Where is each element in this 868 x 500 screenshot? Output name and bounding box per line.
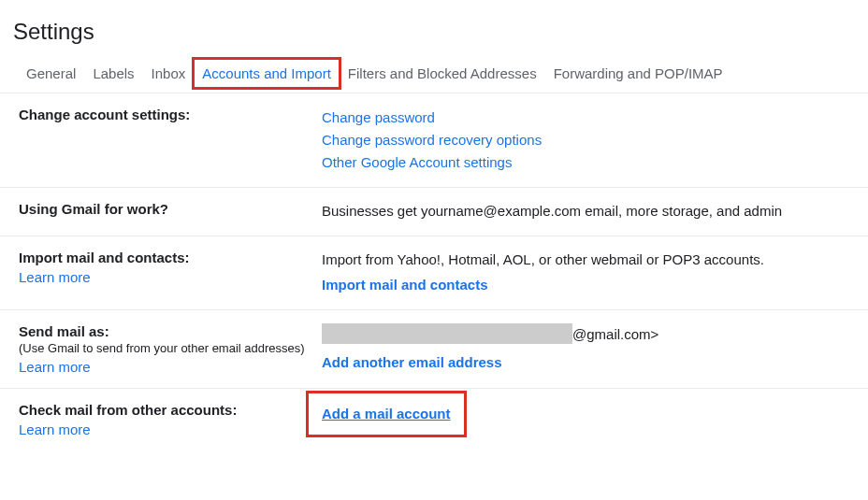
section-import-mail-and-contacts: Import mail and contacts: Learn more Imp… (0, 236, 868, 311)
link-learn-more-check-mail[interactable]: Learn more (19, 421, 322, 437)
link-other-google-account-settings[interactable]: Other Google Account settings (322, 151, 512, 174)
text-gmail-for-work: Businesses get yourname@example.com emai… (322, 203, 782, 219)
section-change-account-settings: Change account settings: Change password… (0, 93, 868, 188)
highlight-add-mail-account: Add a mail account (306, 391, 467, 437)
section-check-mail-from-other-accounts: Check mail from other accounts: Learn mo… (0, 389, 868, 450)
page-title: Settings (0, 0, 868, 54)
label-using-gmail-for-work: Using Gmail for work? (19, 201, 322, 217)
label-send-mail-as: Send mail as: (19, 323, 322, 339)
settings-tabs: General Labels Inbox Accounts and Import… (0, 54, 868, 93)
link-import-mail-and-contacts[interactable]: Import mail and contacts (322, 274, 488, 296)
label-change-account-settings: Change account settings: (19, 107, 322, 122)
link-learn-more-import[interactable]: Learn more (19, 269, 322, 285)
tab-accounts-and-import[interactable]: Accounts and Import (202, 65, 331, 81)
highlight-accounts-tab: Accounts and Import (192, 57, 341, 90)
tab-forwarding[interactable]: Forwarding and POP/IMAP (554, 65, 723, 81)
link-change-password[interactable]: Change password (322, 107, 435, 129)
link-change-password-recovery[interactable]: Change password recovery options (322, 129, 542, 151)
section-send-mail-as: Send mail as: (Use Gmail to send from yo… (0, 310, 868, 389)
label-check-mail-other-accounts: Check mail from other accounts: (19, 402, 322, 418)
label-import-mail-and-contacts: Import mail and contacts: (19, 250, 322, 265)
email-suffix: @gmail.com> (572, 326, 658, 342)
link-add-a-mail-account[interactable]: Add a mail account (322, 403, 451, 425)
link-learn-more-send-as[interactable]: Learn more (19, 359, 322, 375)
text-import-description: Import from Yahoo!, Hotmail, AOL, or oth… (322, 250, 868, 271)
section-using-gmail-for-work: Using Gmail for work? Businesses get you… (0, 188, 868, 236)
link-add-another-email[interactable]: Add another email address (322, 351, 502, 374)
tab-labels[interactable]: Labels (93, 65, 134, 81)
redacted-email (322, 323, 572, 344)
tab-filters[interactable]: Filters and Blocked Addresses (348, 65, 537, 81)
sub-send-mail-as: (Use Gmail to send from your other email… (19, 341, 322, 355)
tab-inbox[interactable]: Inbox (152, 65, 186, 81)
tab-general[interactable]: General (26, 65, 76, 81)
